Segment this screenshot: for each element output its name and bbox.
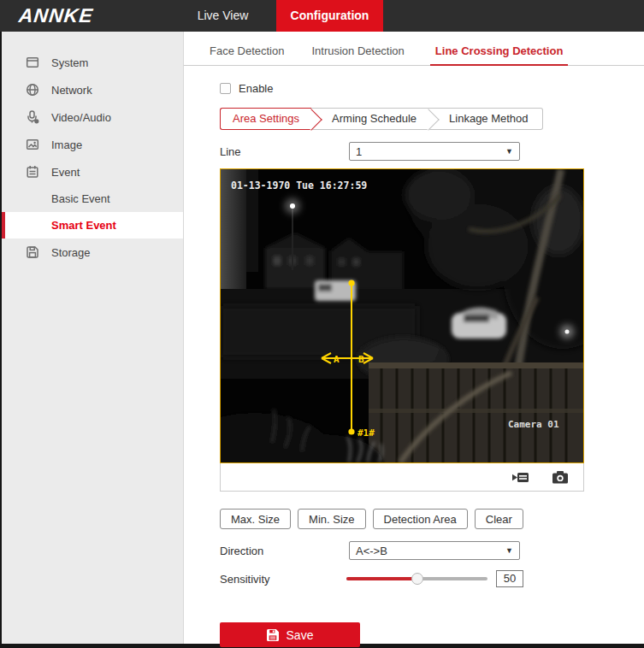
subtab-label: Arming Schedule (332, 112, 417, 125)
line-select[interactable]: 1 ▼ (349, 142, 520, 161)
line-row: Line 1 ▼ (220, 142, 644, 161)
sensitivity-row: Sensitivity 50 (220, 570, 644, 587)
sidebar-item-label: Image (51, 138, 82, 151)
size-buttons-row: Max. Size Min. Size Detection Area Clear (220, 509, 644, 529)
tab-line-crossing-detection[interactable]: Line Crossing Detection (430, 44, 569, 66)
subtab-area-settings[interactable]: Area Settings (220, 108, 311, 130)
line-label: Line (220, 145, 349, 158)
sidebar-item-network[interactable]: Network (2, 76, 183, 103)
main-panel: Face Detection Intrusion Detection Line … (184, 32, 644, 644)
chevron-down-icon: ▼ (505, 147, 513, 156)
clear-button[interactable]: Clear (475, 509, 523, 529)
sidebar-item-storage[interactable]: Storage (2, 239, 183, 266)
line-select-value: 1 (356, 145, 362, 158)
slider-handle[interactable] (411, 573, 423, 585)
detection-tabs: Face Detection Intrusion Detection Line … (184, 32, 644, 66)
sidebar-item-label: Storage (51, 246, 91, 259)
enable-label: Enable (239, 82, 273, 95)
sidebar-item-image[interactable]: Image (2, 131, 183, 158)
enable-row: Enable (220, 82, 644, 95)
direction-row: Direction A<->B ▼ (220, 541, 644, 560)
osd-timestamp: 01-13-1970 Tue 16:27:59 (231, 180, 367, 191)
save-button-label: Save (287, 628, 314, 642)
sidebar-item-label: Smart Event (51, 219, 116, 232)
osd-camera-label: Camera 01 (508, 419, 559, 430)
direction-select-value: A<->B (356, 545, 387, 557)
network-icon (26, 83, 39, 97)
slider-fill (346, 577, 417, 580)
record-icon[interactable] (512, 472, 529, 483)
chevron-down-icon: ▼ (505, 546, 513, 555)
snapshot-icon[interactable] (552, 471, 568, 484)
annke-logo: ANNKE (18, 4, 95, 27)
top-bar: ANNKE Live View Configuration (0, 0, 644, 32)
nav-live-view[interactable]: Live View (169, 0, 276, 32)
nav-configuration[interactable]: Configuration (276, 0, 383, 32)
sensitivity-slider[interactable] (346, 573, 487, 585)
min-size-button[interactable]: Min. Size (298, 509, 365, 529)
enable-checkbox[interactable] (220, 83, 231, 94)
subtab-label: Area Settings (233, 112, 299, 125)
sidebar-item-label: Network (51, 84, 92, 97)
video-audio-icon (26, 110, 39, 124)
system-icon (26, 56, 39, 69)
sidebar-item-label: Event (51, 166, 80, 179)
sidebar-item-event[interactable]: Event (2, 158, 183, 186)
sidebar-item-basic-event[interactable]: Basic Event (2, 186, 183, 212)
storage-icon (26, 245, 39, 259)
line-marker-b: B (358, 354, 364, 365)
sensitivity-label: Sensitivity (220, 573, 349, 586)
camera-scene: 01-13-1970 Tue 16:27:59 Camera 01 A B #1… (221, 169, 583, 462)
sidebar-item-video-audio[interactable]: Video/Audio (2, 103, 183, 131)
video-toolbar (220, 463, 584, 492)
sidebar: System Network Video/Audio Image Event (2, 32, 184, 644)
tab-intrusion-detection[interactable]: Intrusion Detection (310, 44, 405, 65)
image-icon (26, 138, 39, 151)
line-marker-a: A (334, 354, 340, 365)
direction-label: Direction (220, 545, 349, 557)
sidebar-item-smart-event[interactable]: Smart Event (2, 212, 183, 239)
direction-select[interactable]: A<->B ▼ (349, 541, 520, 560)
video-preview[interactable]: 01-13-1970 Tue 16:27:59 Camera 01 A B #1… (220, 168, 584, 463)
save-icon (267, 629, 279, 641)
tab-face-detection[interactable]: Face Detection (208, 44, 286, 65)
sidebar-item-system[interactable]: System (2, 49, 183, 76)
settings-subtabs: Area Settings Arming Schedule Linkage Me… (220, 108, 543, 130)
top-nav: Live View Configuration (169, 0, 383, 32)
sidebar-item-label: Basic Event (51, 192, 110, 205)
detection-area-button[interactable]: Detection Area (373, 509, 468, 529)
max-size-button[interactable]: Max. Size (220, 509, 291, 529)
save-button[interactable]: Save (220, 622, 360, 647)
event-icon (26, 165, 39, 179)
sidebar-item-label: System (51, 56, 88, 69)
sensitivity-value[interactable]: 50 (496, 570, 523, 587)
subtab-label: Linkage Method (449, 112, 529, 125)
line-id-label: #1# (357, 427, 375, 439)
subtab-arming-schedule[interactable]: Arming Schedule (311, 108, 428, 130)
subtab-linkage-method[interactable]: Linkage Method (428, 108, 543, 130)
sidebar-item-label: Video/Audio (51, 111, 111, 124)
